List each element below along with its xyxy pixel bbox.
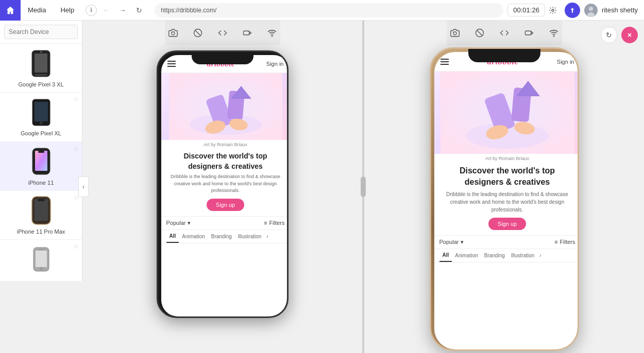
camera-icon-left	[168, 28, 178, 38]
no-entry-icon-left	[193, 28, 202, 38]
filters-button-left[interactable]: ≡ Filters	[264, 220, 284, 226]
top-bar: Media Help ℹ ← → ↻ https://dribbble.com/…	[0, 0, 644, 21]
svg-rect-17	[35, 199, 48, 221]
svg-point-39	[553, 36, 554, 37]
phone-notch-iphone11	[192, 52, 253, 64]
cat-tab-illustration-right[interactable]: Illustration	[508, 250, 538, 261]
svg-rect-20	[36, 251, 47, 267]
code-tool-right[interactable]	[496, 25, 513, 41]
no-entry-tool-left[interactable]	[190, 25, 206, 41]
help-menu[interactable]: Help	[53, 0, 81, 21]
svg-rect-22	[39, 249, 44, 250]
category-tabs-right: All Animation Branding Illustration ›	[434, 249, 579, 262]
phone-screen-iphone11promax: dribbble Sign in	[434, 52, 579, 349]
device-thumbnail	[26, 244, 57, 275]
camera-tool-left[interactable]	[165, 25, 181, 41]
url-text: https://dribbble.com/	[161, 7, 216, 14]
menu-items: Media Help	[21, 0, 81, 21]
back-button[interactable]: ←	[99, 3, 113, 17]
close-preview-button[interactable]: ×	[621, 27, 638, 43]
filters-button-right[interactable]: ≡ Filters	[554, 239, 575, 245]
camera-tool-right[interactable]	[447, 25, 463, 41]
top-right-controls: ritesh shetty	[545, 3, 644, 18]
device-item-iphone-11[interactable]: ☆	[0, 142, 82, 191]
art-credit-right: Art by Romain Briaux	[434, 154, 579, 162]
cat-tab-more-left[interactable]: ›	[264, 231, 270, 242]
home-button[interactable]	[0, 0, 21, 21]
svg-rect-37	[525, 31, 531, 35]
refresh-button[interactable]: ↻	[132, 3, 146, 17]
svg-point-2	[589, 7, 593, 11]
star-icon-iphone11[interactable]: ☆	[73, 145, 79, 152]
star-icon-iphone5[interactable]: ☆	[73, 243, 79, 250]
hamburger-right[interactable]	[440, 59, 449, 65]
media-menu[interactable]: Media	[21, 0, 53, 21]
nav-controls: ℹ ← → ↻	[81, 3, 150, 17]
video-tool-left[interactable]	[239, 25, 256, 41]
svg-marker-26	[249, 31, 251, 34]
device-item-google-pixel-xl[interactable]: ☆ Google Pixel XL	[0, 93, 82, 142]
star-icon-pixel-xl[interactable]: ☆	[73, 96, 79, 103]
device-item-iphone-5[interactable]: ☆	[0, 240, 82, 281]
svg-point-10	[40, 121, 43, 125]
gear-icon	[549, 6, 557, 14]
popular-select-left[interactable]: Popular ▾	[166, 220, 191, 226]
sign-in-right[interactable]: Sign in	[557, 59, 574, 65]
user-name[interactable]: ritesh shetty	[602, 6, 638, 14]
home-icon	[6, 6, 15, 15]
art-credit-left: Art by Romain Briaux	[161, 140, 289, 148]
code-icon-left	[218, 28, 227, 38]
signup-button-left[interactable]: Sign up	[207, 199, 244, 211]
video-icon-left	[243, 28, 252, 38]
device-label-pixel-xl: Google Pixel XL	[21, 130, 61, 137]
svg-rect-25	[243, 31, 249, 35]
cat-tab-animation-right[interactable]: Animation	[452, 250, 481, 261]
sidebar-collapse-button[interactable]: ‹	[78, 177, 89, 197]
no-entry-tool-right[interactable]	[471, 25, 488, 41]
sign-in-left[interactable]: Sign in	[266, 61, 284, 67]
device-sidebar: Google Pixel 3 XL ☆ Google Pixel XL ☆	[0, 21, 82, 281]
cat-tab-branding-right[interactable]: Branding	[481, 250, 508, 261]
hero-illustration-right	[440, 72, 574, 154]
avatar-image	[584, 4, 598, 17]
cat-tab-more-right[interactable]: ›	[537, 250, 543, 261]
refresh-preview-button[interactable]: ↻	[601, 27, 617, 43]
avatar	[584, 4, 598, 17]
device-item-google-pixel-3-xl[interactable]: Google Pixel 3 XL	[0, 44, 82, 93]
device-thumbnail	[26, 146, 57, 177]
cat-tab-all-right[interactable]: All	[439, 249, 452, 262]
svg-rect-9	[35, 102, 48, 121]
search-input[interactable]	[4, 25, 78, 39]
svg-rect-18	[38, 199, 45, 201]
cat-tab-all-left[interactable]: All	[166, 230, 179, 243]
signup-button-right[interactable]: Sign up	[488, 218, 526, 230]
video-tool-right[interactable]	[521, 25, 537, 41]
phone-screen-iphone11: dribbble Sign in	[161, 55, 289, 316]
search-box	[0, 21, 82, 44]
cat-tab-animation-left[interactable]: Animation	[179, 231, 208, 242]
video-icon-right	[524, 28, 534, 38]
url-bar[interactable]: https://dribbble.com/	[155, 3, 503, 17]
info-button[interactable]: ℹ	[86, 5, 97, 16]
code-tool-left[interactable]	[214, 25, 231, 41]
device-thumbnail	[26, 195, 57, 226]
upload-icon	[569, 7, 576, 14]
popular-select-right[interactable]: Popular ▾	[439, 239, 464, 245]
iphone-5-image	[32, 246, 50, 272]
hamburger-left[interactable]	[167, 61, 176, 67]
phone-notch-iphone11promax	[468, 49, 540, 62]
hero-desc-left: Dribbble is the leading destination to f…	[161, 173, 289, 199]
forward-button[interactable]: →	[115, 3, 130, 17]
cat-tab-branding-left[interactable]: Branding	[208, 231, 235, 242]
upload-button[interactable]	[565, 3, 580, 18]
wifi-tool-left[interactable]	[264, 25, 280, 41]
svg-rect-13	[35, 151, 47, 171]
device-item-iphone-11-pro-max[interactable]: ☆ iPhone 11 Pro Max	[0, 191, 82, 240]
wifi-icon-left	[267, 28, 277, 38]
svg-rect-14	[38, 151, 44, 153]
wifi-tool-right[interactable]	[546, 25, 562, 41]
hero-desc-right: Dribbble is the leading destination to f…	[434, 190, 579, 218]
cat-tab-illustration-left[interactable]: Illustration	[235, 231, 265, 242]
svg-marker-38	[531, 31, 533, 34]
settings-button[interactable]	[545, 3, 561, 18]
